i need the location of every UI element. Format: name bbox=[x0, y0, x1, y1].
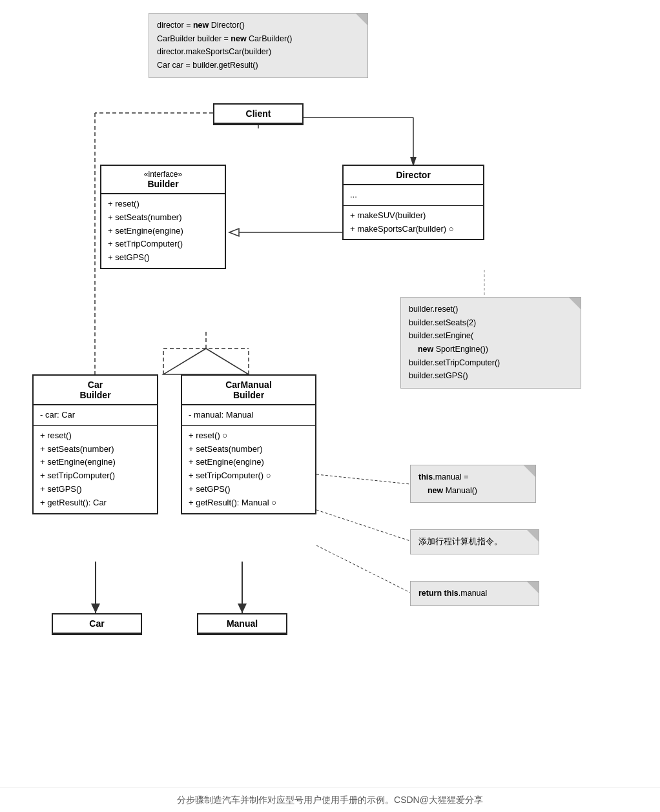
carmanual-builder-name: CarManualBuilder bbox=[225, 380, 272, 400]
svg-line-22 bbox=[316, 545, 410, 593]
note-top-line4: Car car = builder.getResult() bbox=[157, 59, 360, 72]
builder-method-2: + setSeats(number) bbox=[108, 211, 218, 225]
carmanual-builder-field-1: - manual: Manual bbox=[189, 409, 309, 422]
carmanual-builder-method-4: + setTripComputer() ○ bbox=[189, 469, 309, 483]
director-method-2: + makeSportsCar(builder) ○ bbox=[350, 223, 477, 236]
carmanual-builder-methods: + reset() ○ + setSeats(number) + setEngi… bbox=[182, 426, 315, 513]
car-header: Car bbox=[53, 614, 141, 634]
carmanual-builder-fields: - manual: Manual bbox=[182, 405, 315, 426]
note-reset: this.manual = new Manual() bbox=[410, 465, 536, 503]
note-msc-line6: builder.setGPS() bbox=[409, 369, 573, 383]
car-builder-method-2: + setSeats(number) bbox=[40, 443, 150, 456]
svg-marker-12 bbox=[163, 349, 249, 374]
diagram-container: director = new Director() CarBuilder bui… bbox=[0, 0, 660, 787]
footer: 分步骤制造汽车并制作对应型号用户使用手册的示例。CSDN@大猩猩爱分享 bbox=[0, 787, 660, 812]
carmanual-builder-method-1: + reset() ○ bbox=[189, 429, 309, 443]
car-box: Car bbox=[52, 613, 142, 635]
director-header: Director bbox=[344, 166, 483, 185]
manual-label: Manual bbox=[227, 618, 258, 629]
builder-stereotype: «interface» bbox=[108, 170, 218, 179]
builder-method-4: + setTripComputer() bbox=[108, 238, 218, 251]
svg-marker-18 bbox=[238, 604, 247, 613]
car-builder-method-5: + setGPS() bbox=[40, 483, 150, 496]
director-methods: + makeSUV(builder) + makeSportsCar(build… bbox=[344, 206, 483, 239]
carmanual-builder-box: CarManualBuilder - manual: Manual + rese… bbox=[181, 374, 316, 514]
builder-box: «interface» Builder + reset() + setSeats… bbox=[100, 165, 226, 269]
note-top-line3: director.makeSportsCar(builder) bbox=[157, 45, 360, 59]
note-msc-line5: builder.setTripComputer() bbox=[409, 356, 573, 370]
car-builder-field-1: - car: Car bbox=[40, 409, 150, 422]
note-msc-line3: builder.setEngine( bbox=[409, 329, 573, 343]
note-reset-line2: new Manual() bbox=[418, 484, 528, 498]
director-box: Director ... + makeSUV(builder) + makeSp… bbox=[342, 165, 484, 240]
car-builder-methods: + reset() + setSeats(number) + setEngine… bbox=[34, 426, 157, 513]
note-tripcomputer-line1: 添加行程计算机指令。 bbox=[418, 535, 531, 549]
note-top: director = new Director() CarBuilder bui… bbox=[149, 13, 368, 78]
car-builder-method-3: + setEngine(engine) bbox=[40, 456, 150, 469]
svg-marker-16 bbox=[91, 604, 100, 613]
builder-method-5: + setGPS() bbox=[108, 251, 218, 265]
client-label: Client bbox=[246, 108, 271, 119]
car-builder-name: CarBuilder bbox=[79, 380, 110, 400]
note-getresult: return this.manual bbox=[410, 581, 539, 606]
director-name: Director bbox=[396, 170, 431, 180]
carmanual-builder-method-2: + setSeats(number) bbox=[189, 443, 309, 456]
svg-line-21 bbox=[316, 510, 410, 541]
car-builder-box: CarBuilder - car: Car + reset() + setSea… bbox=[32, 374, 158, 514]
director-fields: ... bbox=[344, 185, 483, 206]
car-builder-fields: - car: Car bbox=[34, 405, 157, 426]
manual-box: Manual bbox=[197, 613, 287, 635]
car-label: Car bbox=[89, 618, 104, 629]
manual-header: Manual bbox=[198, 614, 286, 634]
note-msc-line2: builder.setSeats(2) bbox=[409, 316, 573, 330]
carmanual-builder-method-3: + setEngine(engine) bbox=[189, 456, 309, 469]
footer-text: 分步骤制造汽车并制作对应型号用户使用手册的示例。CSDN@大猩猩爱分享 bbox=[177, 795, 483, 805]
carmanual-builder-header: CarManualBuilder bbox=[182, 376, 315, 405]
director-field-1: ... bbox=[350, 188, 477, 202]
client-header: Client bbox=[214, 105, 302, 124]
builder-name: Builder bbox=[108, 179, 218, 189]
builder-method-3: + setEngine(engine) bbox=[108, 225, 218, 238]
car-builder-method-1: + reset() bbox=[40, 429, 150, 443]
note-top-line2: CarBuilder builder = new CarBuilder() bbox=[157, 32, 360, 46]
builder-method-1: + reset() bbox=[108, 198, 218, 211]
builder-header: «interface» Builder bbox=[101, 166, 225, 194]
client-box: Client bbox=[213, 103, 304, 125]
note-tripcomputer: 添加行程计算机指令。 bbox=[410, 529, 539, 554]
note-top-line1: director = new Director() bbox=[157, 19, 360, 32]
carmanual-builder-method-6: + getResult(): Manual ○ bbox=[189, 496, 309, 510]
svg-line-20 bbox=[316, 474, 410, 484]
carmanual-builder-method-5: + setGPS() bbox=[189, 483, 309, 496]
car-builder-header: CarBuilder bbox=[34, 376, 157, 405]
svg-marker-14 bbox=[229, 228, 239, 236]
car-builder-method-6: + getResult(): Car bbox=[40, 496, 150, 510]
car-builder-method-4: + setTripComputer() bbox=[40, 469, 150, 483]
note-getresult-line1: return this.manual bbox=[418, 587, 531, 600]
director-method-1: + makeSUV(builder) bbox=[350, 209, 477, 223]
note-msc-line4: new SportEngine()) bbox=[409, 343, 573, 356]
note-makesportscar: builder.reset() builder.setSeats(2) buil… bbox=[400, 297, 581, 389]
note-msc-line1: builder.reset() bbox=[409, 303, 573, 316]
note-reset-line1: this.manual = bbox=[418, 471, 528, 484]
builder-methods: + reset() + setSeats(number) + setEngine… bbox=[101, 194, 225, 268]
